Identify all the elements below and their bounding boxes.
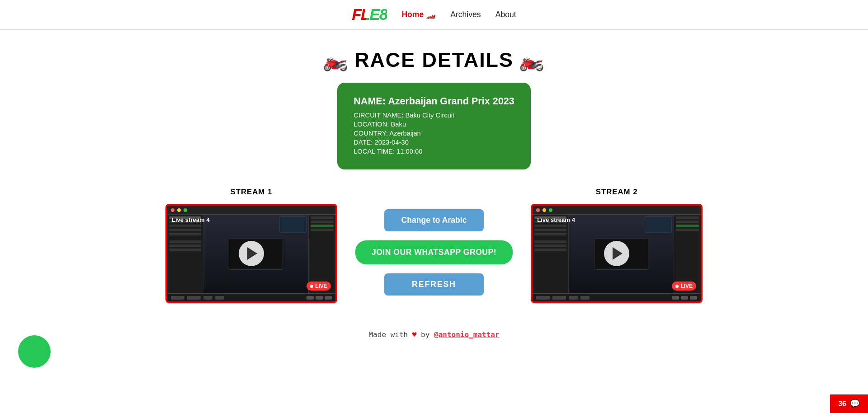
s2-sb-8 (534, 249, 566, 251)
stream2-video-label: Live stream 4 (537, 216, 575, 223)
stream2-block: STREAM 2 (531, 188, 703, 303)
refresh-button[interactable]: REFRESH (384, 273, 484, 296)
sidebar-item-5 (169, 233, 201, 235)
stream1-top-bar (167, 206, 335, 215)
stream1-live-badge: LIVE (307, 282, 331, 291)
whatsapp-button[interactable]: JOIN OUR WHATSAPP GROUP! (355, 240, 513, 264)
stream1-play-button[interactable] (239, 241, 264, 266)
race-country: COUNTRY: Azerbaijan (354, 130, 514, 137)
race-circuit: CIRCUIT NAME: Baku City Circuit (354, 112, 514, 119)
title-text: RACE DETAILS (354, 48, 514, 71)
dot-yellow (177, 208, 181, 212)
stream1-live-dot (310, 285, 313, 288)
stream2-sidebar (533, 215, 569, 293)
change-to-arabic-button[interactable]: Change to Arabic (384, 209, 484, 231)
stream2-live-text: LIVE (680, 283, 693, 289)
stream2-play-button[interactable] (604, 241, 629, 266)
nav-home[interactable]: Home 🏎️ (401, 10, 436, 19)
stream1-sidebar (167, 215, 203, 293)
chat-icon: 💬 (850, 399, 860, 408)
logo: FLE8 (352, 5, 387, 23)
streams-row: STREAM 1 (95, 188, 773, 303)
sidebar-item-7 (169, 244, 201, 247)
stream2-top-bar (533, 206, 701, 215)
stream1-live-text: LIVE (315, 283, 327, 289)
footer-heart-icon: ♥ (412, 330, 421, 339)
footer-by: by (421, 330, 429, 339)
footer: Made with ♥ by @antonio_mattar (368, 330, 499, 339)
stream1-video[interactable]: Live stream 4 LIVE (165, 204, 337, 303)
s2-sb-4 (534, 229, 566, 231)
s2-dot-red (536, 208, 540, 212)
s2-sb-5 (534, 233, 566, 235)
stream1-block: STREAM 1 (165, 188, 337, 303)
sidebar-item-4 (169, 229, 201, 231)
stream1-inner: Live stream 4 LIVE (167, 206, 335, 301)
stream1-bottom-bar (167, 293, 335, 301)
stream2-live-dot (675, 285, 679, 288)
nav-archives[interactable]: Archives (450, 10, 481, 19)
dot-green (184, 208, 187, 212)
footer-author-link[interactable]: @antonio_mattar (434, 330, 500, 339)
sidebar-item-8 (169, 249, 201, 251)
page-title: 🏍️ RACE DETAILS 🏍️ (323, 48, 545, 72)
s2-dot-green (549, 208, 552, 212)
logo-text: FLE8 (352, 5, 387, 23)
stream1-play-icon (247, 247, 257, 260)
stream1-label: STREAM 1 (230, 188, 272, 197)
race-location: LOCATION: Baku (354, 121, 514, 128)
stream1-video-label: Live stream 4 (172, 216, 210, 223)
stream2-inner: Live stream 4 LIVE (533, 206, 701, 301)
navbar: FLE8 Home 🏎️ Archives About (0, 0, 868, 29)
race-name: NAME: Azerbaijan Grand Prix 2023 (354, 95, 514, 107)
center-buttons: Change to Arabic JOIN OUR WHATSAPP GROUP… (337, 188, 531, 296)
stream2-label: STREAM 2 (596, 188, 638, 197)
stream2-live-badge: LIVE (672, 282, 696, 291)
sidebar-item-3 (169, 225, 201, 227)
s2-sb-3 (534, 225, 566, 227)
green-circle-button[interactable] (18, 335, 51, 368)
s2-sb-6 (534, 240, 566, 243)
sidebar-item-6 (169, 240, 201, 243)
nav-about[interactable]: About (495, 10, 516, 19)
chat-count: 36 (838, 400, 846, 408)
main-content: 🏍️ RACE DETAILS 🏍️ NAME: Azerbaijan Gran… (0, 30, 868, 366)
stream2-bottom-bar (533, 293, 701, 301)
race-date: DATE: 2023-04-30 (354, 139, 514, 146)
title-prefix-icon: 🏍️ (323, 48, 349, 72)
title-suffix-icon: 🏍️ (519, 48, 545, 72)
chat-badge[interactable]: 36 💬 (830, 394, 868, 413)
s2-dot-yellow (542, 208, 546, 212)
race-time: LOCAL TIME: 11:00:00 (354, 148, 514, 155)
race-details-card: NAME: Azerbaijan Grand Prix 2023 CIRCUIT… (337, 83, 531, 169)
dot-red (171, 208, 175, 212)
footer-text: Made with (368, 330, 408, 339)
s2-sb-7 (534, 244, 566, 247)
stream2-play-icon (613, 247, 623, 260)
stream2-video[interactable]: Live stream 4 LIVE (531, 204, 703, 303)
